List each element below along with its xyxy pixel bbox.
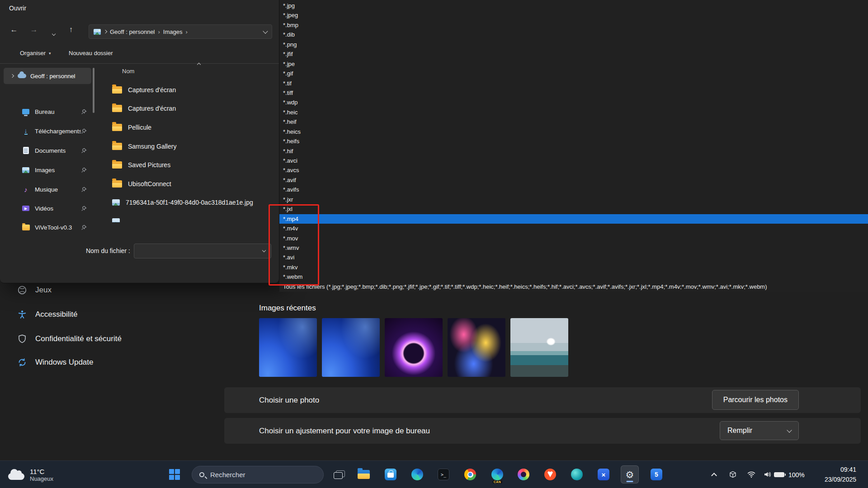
file-type-option[interactable]: *.avcs [279, 165, 868, 175]
sidebar-item-privacy[interactable]: Confidentialité et sécurité [10, 328, 204, 349]
folder-icon [112, 86, 122, 94]
breadcrumb-root[interactable]: Geoff : personnel [110, 28, 155, 35]
recent-locations-button[interactable] [47, 28, 61, 38]
sidebar-item-label: Windows Update [35, 358, 94, 367]
back-button[interactable]: ← [7, 25, 21, 34]
file-type-option[interactable]: *.jfif [279, 49, 868, 59]
taskbar-search[interactable]: Rechercher [192, 466, 324, 483]
file-type-option[interactable]: *.heics [279, 127, 868, 136]
file-type-option[interactable]: *.wmv [279, 243, 868, 253]
tray-overflow-button[interactable] [706, 465, 722, 483]
file-type-option[interactable]: *.gif [279, 69, 868, 78]
file-type-option[interactable]: *.avci [279, 156, 868, 165]
organize-menu[interactable]: Organiser ▾ [20, 50, 51, 56]
browse-photos-button[interactable]: Parcourir les photos [712, 390, 799, 410]
file-list-row[interactable]: UbisoftConnect [102, 174, 278, 193]
accessibility-icon [17, 310, 27, 319]
file-type-option[interactable]: *.jxl [279, 204, 868, 214]
expand-icon[interactable] [10, 74, 14, 78]
file-type-option[interactable]: *.heif [279, 117, 868, 127]
file-type-option[interactable]: *.webm [279, 272, 868, 282]
recent-image-thumbnail[interactable] [259, 318, 317, 377]
wifi-icon [747, 471, 755, 478]
battery-status[interactable]: 100% [774, 461, 805, 488]
nav-item-vivetool[interactable]: ViVeTool-v0.3 [4, 218, 91, 236]
breadcrumb-folder[interactable]: Images [163, 28, 183, 35]
file-type-option[interactable]: *.jxr [279, 195, 868, 204]
recent-image-thumbnail[interactable] [385, 318, 443, 377]
sidebar-item-accessibility[interactable]: Accessibilité [10, 304, 204, 325]
column-header-name[interactable]: Nom [122, 68, 134, 75]
file-type-option[interactable]: *.bmp [279, 20, 868, 30]
recent-image-thumbnail[interactable] [322, 318, 380, 377]
address-bar[interactable]: Geoff : personnel › Images › [89, 24, 272, 39]
address-dropdown-icon[interactable] [263, 28, 268, 33]
package-icon [729, 471, 736, 478]
edge-canary-button[interactable]: CAN [488, 465, 506, 483]
file-list-row[interactable]: Samsung Gallery [102, 137, 278, 156]
nav-item-videos[interactable]: ▶ Vidéos [4, 199, 91, 217]
edge-button[interactable] [408, 465, 426, 483]
terminal-button[interactable]: >_ [434, 465, 453, 483]
open-file-dialog: Ouvrir ← → ↑ Geoff : personnel › Images … [0, 0, 279, 283]
tree-scrollbar[interactable] [93, 68, 94, 113]
file-list-row[interactable]: Pellicule [102, 118, 278, 137]
recent-image-thumbnail[interactable] [448, 318, 505, 377]
app-button-blue-x[interactable]: × [594, 465, 613, 483]
microsoft-store-button[interactable] [382, 465, 400, 483]
nav-tree-root[interactable]: Geoff : personnel [4, 68, 91, 84]
nav-item-music[interactable]: ♪ Musique [4, 180, 91, 198]
nav-item-downloads[interactable]: ↓ Téléchargements [4, 122, 91, 140]
volume-button[interactable] [760, 465, 776, 483]
file-type-option[interactable]: *.tif [279, 79, 868, 88]
file-type-option[interactable]: *.heifs [279, 136, 868, 146]
chevron-down-icon [262, 249, 266, 252]
app-button-five[interactable]: 5 [647, 465, 665, 483]
file-list-row[interactable]: Saved Pictures [102, 155, 278, 174]
file-type-option[interactable]: *.mkv [279, 263, 868, 272]
fit-dropdown[interactable]: Remplir [720, 421, 799, 440]
file-type-option[interactable]: *.jpeg [279, 10, 868, 20]
file-type-option[interactable]: *.tiff [279, 88, 868, 98]
file-explorer-button[interactable] [354, 465, 373, 483]
battery-percent: 100% [788, 471, 805, 479]
nav-item-documents[interactable]: Documents [4, 141, 91, 160]
file-type-option[interactable]: *.wdp [279, 98, 868, 107]
task-view-button[interactable] [330, 465, 348, 483]
chrome-button[interactable] [461, 465, 479, 483]
nav-item-pictures[interactable]: Images [4, 161, 91, 179]
file-type-option[interactable]: *.avifs [279, 185, 868, 194]
app-button-colorful[interactable] [514, 465, 533, 483]
weather-widget[interactable]: 11°C Nuageux [5, 461, 57, 488]
wifi-button[interactable] [743, 465, 760, 483]
clock[interactable]: 09:41 23/09/2025 [825, 465, 856, 484]
file-type-option[interactable]: *.mov [279, 234, 868, 243]
file-type-option[interactable]: *.png [279, 40, 868, 49]
file-type-option[interactable]: *.avif [279, 175, 868, 185]
filename-input[interactable] [134, 244, 271, 258]
sidebar-item-windows-update[interactable]: Windows Update [10, 352, 204, 373]
file-type-option[interactable]: *.jpg [279, 1, 868, 10]
settings-button[interactable]: ⚙ [621, 465, 639, 483]
file-type-option[interactable]: *.m4v [279, 224, 868, 233]
file-list-row[interactable]: Captures d'écran [102, 80, 278, 99]
file-type-option[interactable]: *.heic [279, 108, 868, 117]
file-list-row[interactable]: 7196341a-50f1-49f0-84d0-0ac318d1ae1e.jpg [102, 193, 278, 212]
app-button-teal[interactable] [568, 465, 586, 483]
nav-item-desktop[interactable]: Bureau [4, 103, 91, 121]
file-type-option[interactable]: *.avi [279, 253, 868, 262]
forward-button[interactable]: → [27, 25, 41, 34]
brave-button[interactable] [541, 465, 559, 483]
file-type-option[interactable]: *.hif [279, 146, 868, 156]
tray-package-button[interactable] [725, 465, 741, 483]
file-type-filter-summary[interactable]: Tous les fichiers (*.jpg;*.jpeg;*.bmp;*.… [279, 282, 868, 292]
file-list-row-partial[interactable] [102, 212, 278, 222]
recent-image-thumbnail[interactable] [510, 318, 568, 377]
file-type-option[interactable]: *.dib [279, 30, 868, 39]
file-type-option[interactable]: *.jpe [279, 59, 868, 69]
new-folder-button[interactable]: Nouveau dossier [69, 50, 113, 56]
up-button[interactable]: ↑ [64, 25, 78, 34]
file-type-option-selected[interactable]: *.mp4 [279, 214, 868, 224]
file-list-row[interactable]: Captures d'écran [102, 99, 278, 118]
start-button[interactable] [165, 465, 184, 483]
